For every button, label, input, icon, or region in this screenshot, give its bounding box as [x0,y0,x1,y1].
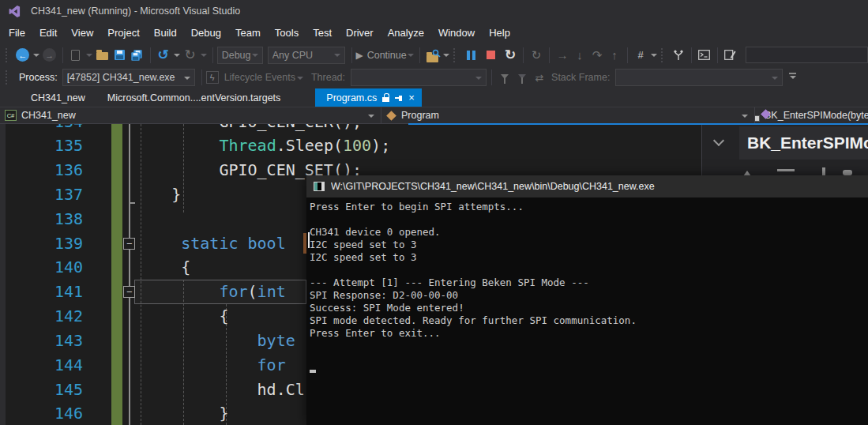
menu-view[interactable]: View [64,22,100,43]
step-out-button[interactable]: ↑ [607,47,622,64]
type-dropdown[interactable]: Program [381,107,754,123]
menu-help[interactable]: Help [482,22,517,43]
collapse-region-button[interactable]: − [123,238,135,250]
redo-icon: ↻ [185,48,196,62]
suspend-threads-button[interactable]: ⇄ [532,69,547,86]
lifecycle-dropdown-caret[interactable] [297,77,303,83]
find-dropdown-caret[interactable] [443,54,449,60]
console-text-cursor [310,370,316,373]
symbol-label-box[interactable]: BK_EnterSPIMod [739,126,868,160]
stop-debugging-button[interactable] [483,47,498,64]
toolbar-grip[interactable] [6,48,10,62]
continue-dropdown-caret[interactable] [408,54,414,60]
menu-project[interactable]: Project [100,22,146,43]
member-dropdown[interactable]: BK_EnterSPIMode(byte [755,107,868,123]
flag-threads-button[interactable] [497,69,513,86]
edit-and-continue-button[interactable] [723,47,738,64]
partial-icon [777,169,795,171]
console-output[interactable]: Press Enter to begin SPI attempts... CH3… [306,197,868,425]
play-icon: ▶ [355,51,363,60]
stack-frame-combo[interactable] [615,69,783,86]
new-file-button[interactable] [68,47,84,64]
type-dropdown-label: Program [401,110,439,121]
project-dropdown[interactable]: C# CH341_new [0,107,381,123]
line-number: 137 [43,182,83,207]
save-all-button[interactable] [130,47,145,64]
menu-driver[interactable]: Driver [339,22,381,43]
symbol-pane: BK_EnterSPIMod [701,124,868,175]
continue-button[interactable]: ▶ Continue [357,47,406,64]
console-line: SPI mode detected. Ready for further SPI… [310,314,868,327]
close-icon[interactable]: × [408,92,415,103]
line-number: 140 [43,255,83,280]
apply-changes-icon: ↻ [532,49,542,61]
line-number: 142 [43,304,83,329]
tab-program-cs[interactable]: Program.cs× [315,88,422,107]
step-into-button[interactable]: ↓ [572,47,588,64]
toolbar-search-input[interactable] [746,47,868,63]
hex-display-button[interactable]: # [633,47,648,64]
platform-combo[interactable]: Any CPU [268,47,345,64]
console-line: Success: SPI Mode entered! [310,302,868,314]
step-over-button[interactable]: ↷ [589,47,605,64]
restart-button[interactable]: ↻ [502,47,518,64]
process-label: Process: [19,72,58,83]
code-text: GPIO_CEN_CLR(); [124,124,362,134]
console-line: --- Attempt [1] --- Entering Beken SPI M… [310,276,868,289]
hex-dropdown-caret[interactable] [651,54,657,60]
chevron-down-icon[interactable] [713,135,724,146]
menu-tools[interactable]: Tools [268,22,306,43]
back-icon: ← [16,48,29,62]
restart-icon: ↻ [505,48,516,62]
console-title-text: W:\GIT\PROJECTS\CH341_new\CH341_new\bin\… [331,181,655,192]
menu-build[interactable]: Build [147,22,184,43]
navigate-back-button[interactable]: ← [15,47,31,64]
menu-edit[interactable]: Edit [32,22,64,43]
menu-team[interactable]: Team [228,22,268,43]
undo-dropdown-caret[interactable] [174,54,180,60]
apply-code-changes-button[interactable]: ↻ [528,47,544,64]
find-in-files-button[interactable] [425,47,441,64]
menu-bar: FileEditViewProjectBuildDebugTeamToolsTe… [0,22,868,43]
console-title-bar[interactable]: W:\GIT\PROJECTS\CH341_new\CH341_new\bin\… [306,175,868,197]
menu-analyze[interactable]: Analyze [381,22,431,43]
new-file-dropdown-caret[interactable] [86,54,92,60]
pin-icon[interactable] [395,94,403,102]
type-dropdown-caret[interactable] [742,115,748,121]
editor-caret-marker [303,233,306,254]
code-text: for [124,353,295,378]
redo-dropdown-caret[interactable] [201,54,207,60]
debug-toolbar-grip[interactable] [453,48,458,62]
console-window[interactable]: W:\GIT\PROJECTS\CH341_new\CH341_new\bin\… [306,175,868,425]
back-dropdown-caret[interactable] [33,54,39,60]
project-dropdown-caret[interactable] [368,115,374,121]
show-threads-button[interactable] [671,47,686,64]
show-next-statement-button[interactable]: → [554,47,570,64]
menu-window[interactable]: Window [431,22,482,43]
funnel-icon [501,74,509,83]
undo-button[interactable]: ↺ [156,47,171,64]
redo-button[interactable]: ↻ [182,47,198,64]
configuration-combo[interactable]: Debug [217,47,263,64]
console-line [310,264,868,276]
save-button[interactable] [112,47,128,64]
tab-microsoft-common-entversion-targets[interactable]: Microsoft.Common....entVersion.targets [96,88,292,107]
thread-combo[interactable] [351,69,487,86]
menu-file[interactable]: File [2,22,32,43]
tab-ch341-new[interactable]: CH341_new [20,88,96,107]
toolbar-grip-2[interactable] [661,48,666,62]
flagged-only-button[interactable] [514,69,530,86]
navigate-forward-button[interactable]: → [42,47,58,64]
process-combo[interactable]: [47852] CH341_new.exe [62,69,195,86]
menu-test[interactable]: Test [306,22,339,43]
menu-debug[interactable]: Debug [184,22,228,43]
class-icon [386,111,396,121]
collapse-region-button[interactable]: − [123,286,135,298]
toolbar-overflow-button[interactable] [789,73,796,82]
debug-location-grip[interactable] [6,70,10,85]
step-over-icon: ↷ [592,49,603,61]
immediate-window-button[interactable] [697,47,712,64]
open-file-button[interactable] [95,47,111,64]
code-text: hd.Cl [124,378,305,402]
break-all-button[interactable] [463,47,479,64]
